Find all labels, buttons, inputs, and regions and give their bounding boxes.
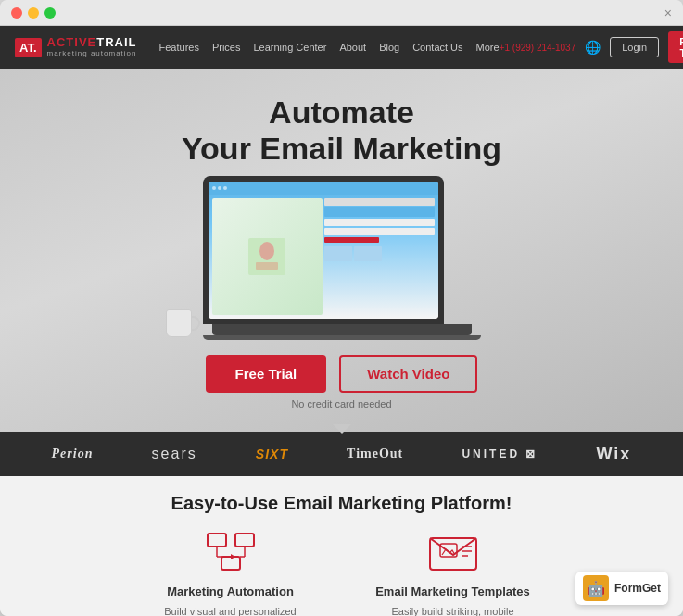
minimize-button[interactable] <box>28 7 39 19</box>
screen-item-btn <box>324 237 380 243</box>
email-templates-icon <box>425 529 481 575</box>
screen-inner <box>209 182 438 319</box>
formget-badge[interactable]: 🤖 FormGet <box>575 572 668 605</box>
svg-marker-10 <box>231 554 235 559</box>
hero-buttons: Free Trial Watch Video <box>19 355 664 393</box>
hero-section: Automate Your Email Marketing <box>0 69 683 432</box>
screen-dot-3 <box>223 186 227 190</box>
feature-1-name: Marketing Automation <box>147 585 314 598</box>
mug-illustration <box>166 309 198 345</box>
free-trial-button[interactable]: Free Trial <box>206 355 327 393</box>
watch-video-button[interactable]: Watch Video <box>339 355 477 393</box>
brand-sixt: SIXT <box>256 446 288 461</box>
screen-product-image <box>212 198 323 315</box>
nav-contact[interactable]: Contact Us <box>412 42 462 53</box>
logo-strip-wrapper: Perion sears SIXT TimeOut UNITED ⊠ Wix <box>0 432 683 476</box>
brand-wix: Wix <box>597 445 632 464</box>
screen-item-1 <box>324 198 435 206</box>
logo-text: ACTIVETRAIL marketing automation <box>47 36 137 57</box>
screen-content <box>209 195 438 319</box>
svg-point-1 <box>259 242 274 260</box>
brand-timeout: TimeOut <box>347 446 403 461</box>
nav-learning[interactable]: Learning Center <box>253 42 326 53</box>
headline-line2: Your Email Marketing <box>182 131 501 166</box>
mug-handle <box>191 316 200 331</box>
login-button[interactable]: Login <box>610 37 659 57</box>
nav-right: +1 (929) 214-1037 🌐 Login Free Trial <box>500 31 683 63</box>
laptop-body <box>203 176 444 324</box>
brand-perion: Perion <box>52 446 94 461</box>
nav-about[interactable]: About <box>339 42 366 53</box>
screen-items <box>324 198 435 315</box>
nav-more[interactable]: More <box>476 42 500 53</box>
marketing-automation-icon <box>203 529 259 575</box>
features-title: Easy-to-Use Email Marketing Platform! <box>19 493 664 514</box>
mug-body <box>166 309 192 337</box>
features-grid: Marketing Automation Build visual and pe… <box>19 529 664 616</box>
logo-brand: ACTIVETRAIL <box>47 36 137 49</box>
strip-arrow <box>333 424 351 434</box>
globe-icon[interactable]: 🌐 <box>585 40 601 55</box>
svg-rect-2 <box>256 262 278 270</box>
laptop-foot <box>203 335 481 340</box>
screen-thumb-2 <box>354 246 382 261</box>
window-close-icon[interactable]: × <box>664 6 672 20</box>
brand-sears: sears <box>152 446 197 462</box>
headline-line1: Automate <box>269 94 414 130</box>
screen-thumb-1 <box>324 246 352 261</box>
hero-headline: Automate Your Email Marketing <box>19 94 664 167</box>
logo: AT. ACTIVETRAIL marketing automation <box>15 36 137 57</box>
screen-item-2 <box>324 207 435 217</box>
brand-united: UNITED ⊠ <box>462 447 538 460</box>
feature-email-templates: Email Marketing Templates Easily build s… <box>370 529 537 616</box>
screen-topbar <box>209 182 438 195</box>
nav-trial-button[interactable]: Free Trial <box>668 31 683 63</box>
nav-blog[interactable]: Blog <box>379 42 399 53</box>
logo-initials: AT. <box>15 38 42 57</box>
svg-rect-3 <box>208 534 226 547</box>
screen-item-4 <box>324 228 435 235</box>
screen-dot-1 <box>212 186 216 190</box>
no-credit-card-text: No credit card needed <box>19 398 664 409</box>
svg-rect-4 <box>235 534 254 547</box>
logo-brand-active: ACTIVE <box>47 35 97 49</box>
feature-1-desc: Build visual and personalized automated … <box>147 604 314 616</box>
nav-links: Features Prices Learning Center About Bl… <box>159 42 500 53</box>
feature-2-desc: Easily build striking, mobile responsive… <box>370 604 537 616</box>
window-controls <box>11 7 56 19</box>
laptop-base <box>212 324 472 335</box>
screen-dot-2 <box>218 186 221 190</box>
logo-strip: Perion sears SIXT TimeOut UNITED ⊠ Wix <box>0 432 683 476</box>
screen-item-3 <box>324 219 435 226</box>
logo-brand-trail: TRAIL <box>96 35 136 49</box>
title-bar: × <box>0 0 683 26</box>
navbar: AT. ACTIVETRAIL marketing automation Fea… <box>0 26 683 69</box>
feature-2-name: Email Marketing Templates <box>370 585 537 598</box>
formget-robot-icon: 🤖 <box>583 575 609 601</box>
browser-content: AT. ACTIVETRAIL marketing automation Fea… <box>0 26 683 616</box>
maximize-button[interactable] <box>44 7 56 19</box>
browser-window: × AT. ACTIVETRAIL marketing automation F… <box>0 0 683 616</box>
laptop-illustration <box>203 176 481 340</box>
laptop-screen <box>209 182 438 319</box>
formget-label: FormGet <box>614 582 661 595</box>
close-button[interactable] <box>11 7 22 19</box>
logo-sub: marketing automation <box>47 50 137 58</box>
phone-number: +1 (929) 214-1037 <box>500 43 576 53</box>
nav-features[interactable]: Features <box>159 42 199 53</box>
feature-marketing-automation: Marketing Automation Build visual and pe… <box>147 529 314 616</box>
nav-prices[interactable]: Prices <box>212 42 241 53</box>
